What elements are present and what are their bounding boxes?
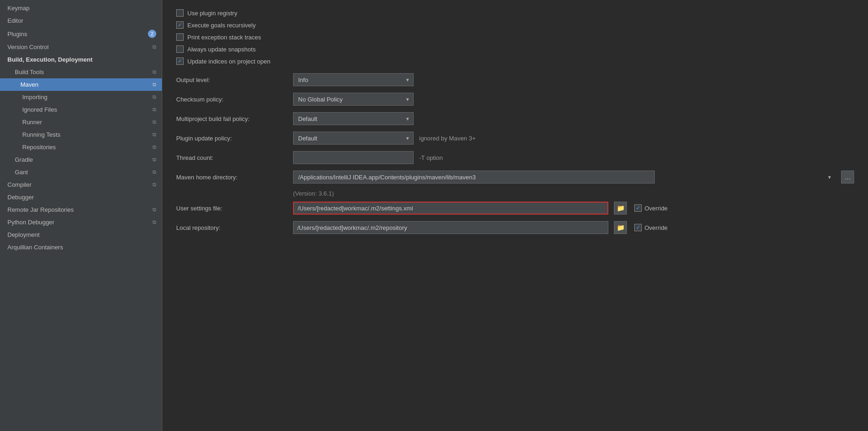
maven-home-dropdown-container: /Applications/IntelliJ IDEA.app/Contents… — [293, 171, 836, 184]
sidebar-item-compiler[interactable]: Compiler ⧉ — [0, 178, 162, 191]
user-settings-input[interactable] — [293, 202, 608, 215]
sidebar-item-plugins[interactable]: Plugins 2 — [0, 27, 162, 41]
execute-goals-checkbox[interactable] — [176, 21, 184, 29]
local-repository-override-row: Override — [634, 224, 668, 231]
multiproject-policy-label: Multiproject build fail policy: — [176, 115, 287, 122]
main-panel: Use plugin registry Execute goals recurs… — [162, 0, 868, 431]
sidebar-item-build-tools[interactable]: Build Tools ⧉ — [0, 66, 162, 78]
sidebar-item-editor[interactable]: Editor — [0, 14, 162, 27]
sidebar-importing-label: Importing — [22, 94, 47, 101]
output-level-dropdown-container: Info Debug Warn Error ▼ — [293, 73, 414, 86]
importing-copy-icon: ⧉ — [153, 94, 156, 100]
plugin-update-hint: ignored by Maven 3+ — [419, 135, 476, 142]
always-update-checkbox[interactable] — [176, 45, 184, 53]
maven-home-select[interactable]: /Applications/IntelliJ IDEA.app/Contents… — [293, 171, 655, 184]
thread-count-label: Thread count: — [176, 154, 287, 161]
local-repository-override-label: Override — [645, 224, 668, 231]
sidebar-debugger-label: Debugger — [7, 194, 34, 201]
maven-version-text: (Version: 3.6.1) — [293, 190, 854, 197]
execute-goals-row: Execute goals recursively — [176, 21, 854, 29]
gradle-copy-icon: ⧉ — [153, 157, 156, 163]
sidebar-maven-label: Maven — [20, 81, 38, 88]
sidebar-item-remote-jar[interactable]: Remote Jar Repositories ⧉ — [0, 203, 162, 216]
sidebar-build-execution-label: Build, Execution, Deployment — [7, 56, 92, 63]
output-level-select[interactable]: Info Debug Warn Error — [293, 73, 414, 86]
sidebar-gradle-label: Gradle — [15, 156, 33, 163]
print-exception-label: Print exception stack traces — [187, 34, 261, 41]
user-settings-label: User settings file: — [176, 205, 287, 212]
sidebar-item-python-debugger[interactable]: Python Debugger ⧉ — [0, 216, 162, 228]
sidebar-item-deployment[interactable]: Deployment — [0, 228, 162, 241]
maven-home-chevron-icon: ▼ — [827, 175, 832, 180]
maven-home-browse-button[interactable]: … — [841, 171, 854, 184]
sidebar-python-debugger-label: Python Debugger — [7, 219, 54, 226]
compiler-copy-icon: ⧉ — [153, 182, 156, 188]
runner-copy-icon: ⧉ — [153, 119, 156, 125]
user-settings-row: User settings file: 📁 Override — [176, 202, 854, 215]
sidebar-item-ignored-files[interactable]: Ignored Files ⧉ — [0, 103, 162, 116]
sidebar-item-debugger[interactable]: Debugger — [0, 191, 162, 203]
user-settings-override-row: Override — [634, 204, 668, 212]
multiproject-policy-dropdown-container: Default AT_END NEVER ▼ — [293, 112, 414, 125]
user-settings-override-label: Override — [645, 205, 668, 212]
local-repository-input[interactable] — [293, 221, 608, 234]
local-repository-browse-button[interactable]: 📁 — [614, 221, 627, 234]
update-indices-checkbox[interactable] — [176, 57, 184, 65]
maven-arrow-icon: ▶ — [15, 82, 19, 88]
folder-icon-2: 📁 — [617, 224, 625, 231]
maven-home-row: Maven home directory: /Applications/Inte… — [176, 171, 854, 184]
sidebar-build-tools-label: Build Tools — [15, 69, 44, 76]
sidebar-item-importing[interactable]: Importing ⧉ — [0, 91, 162, 103]
thread-count-input[interactable] — [293, 151, 414, 164]
sidebar-item-keymap[interactable]: Keymap — [0, 2, 162, 14]
print-exception-checkbox[interactable] — [176, 33, 184, 41]
running-tests-copy-icon: ⧉ — [153, 132, 156, 138]
sidebar-item-vc-label: Version Control — [7, 44, 49, 51]
maven-copy-icon: ⧉ — [153, 82, 156, 88]
local-repository-label: Local repository: — [176, 224, 287, 231]
always-update-label: Always update snapshots — [187, 46, 255, 53]
update-indices-row: Update indices on project open — [176, 57, 854, 65]
sidebar-item-runner[interactable]: Runner ⧉ — [0, 116, 162, 128]
sidebar-deployment-label: Deployment — [7, 231, 39, 238]
sidebar-item-gant[interactable]: Gant ⧉ — [0, 166, 162, 178]
plugin-update-policy-label: Plugin update policy: — [176, 135, 287, 142]
sidebar-runner-label: Runner — [22, 119, 42, 126]
sidebar-item-version-control[interactable]: Version Control ⧉ — [0, 41, 162, 53]
user-settings-browse-button[interactable]: 📁 — [614, 202, 627, 215]
python-debugger-copy-icon: ⧉ — [153, 219, 156, 225]
update-indices-label: Update indices on project open — [187, 58, 270, 65]
sidebar-item-gradle[interactable]: Gradle ⧉ — [0, 153, 162, 166]
remote-jar-copy-icon: ⧉ — [153, 207, 156, 213]
sidebar-compiler-label: Compiler — [7, 181, 32, 188]
sidebar-item-arquillian[interactable]: Arquillian Containers — [0, 241, 162, 254]
maven-home-label: Maven home directory: — [176, 174, 287, 181]
local-repository-override-checkbox[interactable] — [634, 224, 642, 231]
sidebar-ignored-label: Ignored Files — [22, 106, 57, 113]
sidebar-running-tests-label: Running Tests — [22, 131, 60, 138]
sidebar-item-repositories[interactable]: Repositories ⧉ — [0, 141, 162, 153]
sidebar-item-editor-label: Editor — [7, 17, 23, 24]
sidebar-item-keymap-label: Keymap — [7, 5, 30, 12]
thread-count-hint: -T option — [419, 154, 443, 161]
use-plugin-registry-checkbox[interactable] — [176, 9, 184, 17]
gant-copy-icon: ⧉ — [153, 169, 156, 175]
sidebar-item-running-tests[interactable]: Running Tests ⧉ — [0, 128, 162, 141]
print-exception-row: Print exception stack traces — [176, 33, 854, 41]
sidebar-remote-jar-label: Remote Jar Repositories — [7, 206, 74, 213]
thread-count-row: Thread count: -T option — [176, 151, 854, 164]
multiproject-policy-row: Multiproject build fail policy: Default … — [176, 112, 854, 125]
ignored-copy-icon: ⧉ — [153, 107, 156, 113]
checksum-policy-dropdown-container: No Global Policy Strict Warn Fail ▼ — [293, 93, 414, 106]
multiproject-policy-select[interactable]: Default AT_END NEVER — [293, 112, 414, 125]
sidebar-item-build-execution: Build, Execution, Deployment — [0, 53, 162, 66]
sidebar: Keymap Editor Plugins 2 Version Control … — [0, 0, 162, 431]
sidebar-arquillian-label: Arquillian Containers — [7, 244, 63, 251]
plugin-update-policy-select[interactable]: Default Always Never Daily — [293, 132, 414, 145]
user-settings-override-checkbox[interactable] — [634, 204, 642, 212]
execute-goals-label: Execute goals recursively — [187, 22, 255, 29]
checksum-policy-select[interactable]: No Global Policy Strict Warn Fail — [293, 93, 414, 106]
sidebar-gant-label: Gant — [15, 169, 28, 176]
sidebar-repositories-label: Repositories — [22, 144, 56, 151]
sidebar-item-maven[interactable]: ▶ Maven ⧉ — [0, 78, 162, 91]
